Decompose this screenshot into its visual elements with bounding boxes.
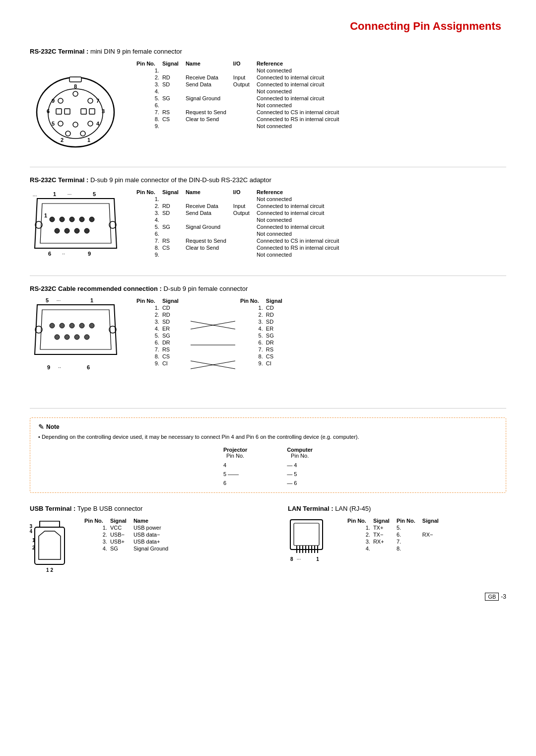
col-name: Name <box>186 60 233 67</box>
svg-rect-2 <box>69 77 81 82</box>
svg-point-47 <box>89 323 94 328</box>
table-row: 5.SG <box>136 332 186 339</box>
table-row: 2.TX−6.RX− <box>347 531 446 538</box>
svg-point-51 <box>84 335 89 340</box>
table-row: 2.RDReceive DataInputConnected to intern… <box>136 74 346 81</box>
table-row: 3.SDSend DataOutputConnected to internal… <box>136 209 346 216</box>
col-name-2: Name <box>186 189 233 196</box>
table-row: 3.USB+USB data+ <box>84 538 175 545</box>
page-badge: GB <box>485 593 499 601</box>
divider-3 <box>30 408 506 409</box>
col-io-2: I/O <box>233 189 257 196</box>
svg-text:1: 1 <box>44 212 47 218</box>
svg-point-32 <box>84 228 89 233</box>
svg-text:···: ··· <box>67 192 71 197</box>
svg-point-3 <box>73 91 78 96</box>
svg-text:1: 1 <box>87 137 90 143</box>
col-signal: Signal <box>162 60 186 67</box>
svg-text:1: 1 <box>316 556 319 562</box>
svg-text:1: 1 <box>32 538 35 543</box>
col-pin-no: Pin No. <box>136 60 162 67</box>
svg-point-48 <box>55 335 60 340</box>
table-row: 1.Not connected <box>136 67 346 74</box>
svg-text:9: 9 <box>47 364 50 370</box>
usb-terminal-section: USB Terminal : Type B USB connector 4 3 <box>30 505 248 578</box>
table-row: 3.SD <box>240 318 289 325</box>
rs232-cable-content: 5 ··· 1 9 ·· 6 Pin No. Signal 1.CD2.RD3.… <box>30 297 506 394</box>
svg-rect-6 <box>56 109 62 114</box>
svg-point-13 <box>66 131 70 136</box>
svg-rect-8 <box>81 109 86 114</box>
rs232-mini-title: RS-232C Terminal : mini DIN 9 pin female… <box>30 48 506 55</box>
note-header: ✎ Note <box>38 423 498 431</box>
svg-rect-65 <box>35 527 65 564</box>
rs232-dsub-table: Pin No. Signal Name I/O Reference 1.Not … <box>136 189 506 258</box>
table-row: 4.ER <box>136 325 186 332</box>
computer-col: Computer Pin No. — 4 — 5 — 6 <box>287 447 313 487</box>
svg-point-46 <box>79 323 84 328</box>
usb-diagram: 4 3 1 2 1 2 <box>30 517 69 578</box>
col-io: I/O <box>233 60 257 67</box>
table-row: 2.RD <box>136 311 186 318</box>
table-row: 2.RDReceive DataInputConnected to intern… <box>136 203 346 209</box>
projector-col: Projector Pin No. 4 5 —— 6 <box>223 447 247 487</box>
svg-text:3: 3 <box>30 524 32 529</box>
rs232-dsub-section: RS-232C Terminal : D-sub 9 pin male conn… <box>30 176 506 262</box>
svg-point-11 <box>73 122 78 127</box>
table-row: 1.CD <box>136 304 186 311</box>
table-row: 8.CS <box>240 353 289 360</box>
lan-title: LAN Terminal : LAN (RJ-45) <box>288 505 506 512</box>
table-row: 9.CI <box>136 360 186 367</box>
svg-text:5: 5 <box>93 191 96 197</box>
svg-text:4: 4 <box>96 121 100 127</box>
col-ref: Reference <box>257 60 346 67</box>
table-row: 8.CSClear to SendConnected to RS in inte… <box>136 116 346 123</box>
svg-point-50 <box>74 335 79 340</box>
table-row: 8.CSClear to SendConnected to RS in inte… <box>136 244 346 251</box>
svg-point-12 <box>88 121 93 126</box>
page-number: GB-3 <box>30 593 506 601</box>
lan-table: Pin No. Signal Pin No. Signal 1.TX+5.2.T… <box>347 517 506 552</box>
table-row: 2.USB−USB data− <box>84 531 175 538</box>
note-text: • Depending on the controlling device us… <box>38 434 498 440</box>
table-row: 3.SDSend DataOutputConnected to internal… <box>136 81 346 88</box>
svg-point-44 <box>60 323 65 328</box>
svg-point-14 <box>80 131 85 136</box>
table-row: 3.SD <box>136 318 186 325</box>
svg-text:6: 6 <box>87 364 90 370</box>
svg-text:··: ·· <box>62 251 65 257</box>
rs232-cable-title: RS-232C Cable recommended connection : D… <box>30 285 506 292</box>
svg-point-10 <box>58 121 63 126</box>
table-row: 7.RS <box>240 346 289 353</box>
rs232-mini-section: RS-232C Terminal : mini DIN 9 pin female… <box>30 48 506 153</box>
svg-point-30 <box>65 228 69 233</box>
svg-rect-73 <box>290 520 323 550</box>
svg-point-49 <box>65 335 69 340</box>
svg-point-29 <box>55 228 60 233</box>
col-ref-2: Reference <box>257 189 346 196</box>
note-icon: ✎ <box>38 423 44 431</box>
note-diagram: Projector Pin No. 4 5 —— 6 Computer Pin … <box>38 447 498 487</box>
svg-point-45 <box>69 323 74 328</box>
svg-point-25 <box>60 217 65 222</box>
svg-point-4 <box>58 98 63 103</box>
table-row: 4.Not connected <box>136 216 346 223</box>
table-row: 5.SGSignal GroundConnected to internal c… <box>136 223 346 230</box>
rs232-mini-content: 8 9 7 6 3 5 4 2 1 Pin No. Signal Name I <box>30 60 506 153</box>
table-row: 9.Not connected <box>136 123 346 130</box>
table-row: 4.SGSignal Ground <box>84 545 175 552</box>
table-row: 6.Not connected <box>136 102 346 109</box>
usb-title: USB Terminal : Type B USB connector <box>30 505 248 512</box>
table-row: 4.Not connected <box>136 88 346 95</box>
rs232-dsub-content: 1 ··· 1 ··· 5 6 ·· 9 Pin No. Signal Name… <box>30 189 506 262</box>
svg-text:··: ·· <box>58 365 61 370</box>
svg-rect-74 <box>294 523 319 546</box>
svg-point-5 <box>88 98 93 103</box>
svg-text:2: 2 <box>32 545 35 550</box>
table-row: 9.CI <box>240 360 289 367</box>
svg-text:2: 2 <box>61 137 64 143</box>
table-row: 7.RS <box>136 346 186 353</box>
svg-text:8: 8 <box>290 556 293 562</box>
table-row: 1.TX+5. <box>347 524 446 531</box>
table-row: 4.8. <box>347 545 446 552</box>
